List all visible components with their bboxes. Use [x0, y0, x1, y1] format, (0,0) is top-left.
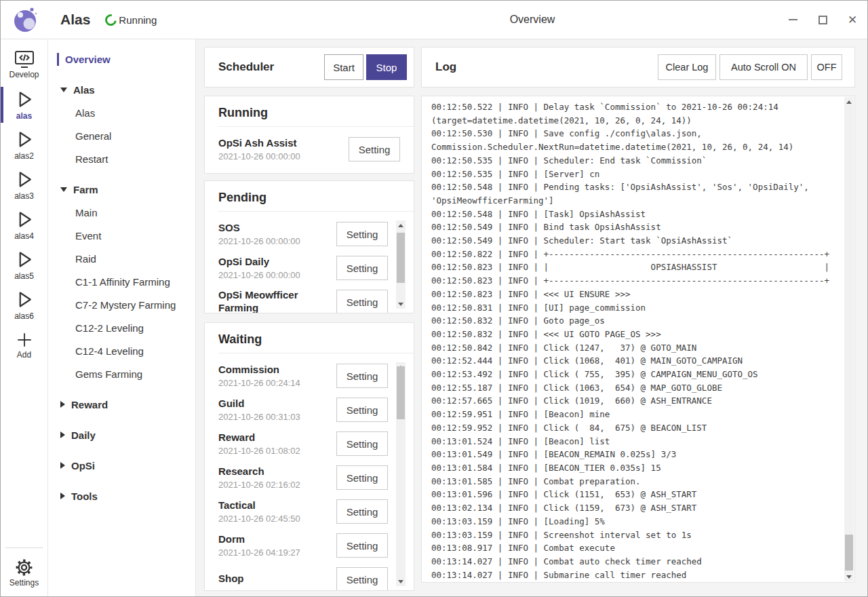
waiting-scrollbar[interactable] [396, 362, 406, 586]
scroll-down-icon[interactable] [844, 572, 854, 581]
log-line: 00:12:50.822 | INFO | +-----------------… [431, 248, 838, 261]
log-line: 00:12:53.492 | INFO | Click ( 755, 395) … [431, 368, 838, 381]
waiting-title: Waiting [218, 332, 414, 353]
log-line: 00:13:01.585 | INFO | Combat preparation… [431, 475, 838, 488]
nav-item-raid[interactable]: Raid [48, 247, 195, 270]
running-list: OpSi Ash Assist 2021-10-26 00:00:00 Sett… [205, 127, 414, 166]
scroll-up-icon[interactable] [844, 97, 854, 107]
task-next-run-time: 2021-10-26 00:00:00 [218, 236, 327, 247]
rail-item-alas6[interactable]: alas6 [1, 285, 47, 325]
log-line: 00:12:50.548 | INFO | Pending tasks: ['O… [431, 180, 838, 194]
setting-button[interactable]: Setting [336, 533, 388, 558]
close-button[interactable]: ✕ [837, 1, 867, 39]
setting-button[interactable]: Setting [336, 567, 388, 591]
setting-button[interactable]: Setting [336, 398, 388, 422]
nav-group-alas[interactable]: Alas [48, 78, 195, 101]
rail-item-alas2[interactable]: alas2 [1, 125, 47, 165]
nav-group-reward[interactable]: Reward [48, 393, 195, 416]
add-instance-button[interactable]: Add [1, 325, 47, 365]
instance-rail: Develop alas alas2 alas3 alas4 [1, 39, 48, 597]
setting-button[interactable]: Setting [336, 431, 388, 456]
scroll-up-icon[interactable] [396, 220, 406, 230]
task-nav: Overview Alas Alas General Restart Farm … [48, 39, 196, 597]
task-info: Guild 2021-10-26 00:31:03 [218, 397, 327, 423]
nav-group-farm[interactable]: Farm [48, 178, 195, 201]
window-controls: ✕ [778, 1, 867, 39]
log-line: 00:13:14.027 | INFO | Submarine call tim… [431, 569, 838, 582]
nav-label: Alas [75, 107, 95, 119]
nav-item-c1-1-affinity-farming[interactable]: C1-1 Affinity Farming [48, 270, 195, 293]
running-spinner-icon [103, 12, 119, 28]
rail-item-alas[interactable]: alas [1, 85, 47, 125]
scrollbar-thumb[interactable] [845, 535, 853, 571]
task-row: Shop Setting [218, 562, 414, 591]
nav-item-main[interactable]: Main [48, 201, 195, 224]
stop-button[interactable]: Stop [366, 54, 407, 80]
task-info: SOS 2021-10-26 00:00:00 [218, 221, 327, 247]
log-line: 00:12:50.823 | INFO | | OPSIASHASSIST | [431, 261, 838, 274]
scrollbar-thumb[interactable] [397, 233, 405, 283]
task-info: Dorm 2021-10-26 04:19:27 [218, 533, 327, 558]
start-button[interactable]: Start [324, 54, 363, 80]
setting-button[interactable]: Setting [336, 364, 388, 388]
nav-label: C7-2 Mystery Farming [75, 299, 176, 311]
task-row: Dorm 2021-10-26 04:19:27 Setting [218, 528, 414, 562]
task-next-run-time: 2021-10-26 00:31:03 [218, 412, 327, 423]
minimize-button[interactable] [778, 1, 808, 39]
log-line: 00:13:01.549 | INFO | [BEACON_REMAIN 0.0… [431, 448, 838, 461]
task-name: Tactical [218, 499, 327, 512]
titlebar: Alas Running Overview ✕ [1, 1, 867, 39]
nav-item-overview[interactable]: Overview [48, 47, 195, 71]
nav-group-tools[interactable]: Tools [48, 484, 195, 507]
log-line: 00:12:50.832 | INFO | <<< UI GOTO PAGE_O… [431, 328, 838, 341]
settings-button[interactable]: Settings [1, 551, 47, 594]
nav-item-alas[interactable]: Alas [48, 101, 195, 124]
nav-item-gems-farming[interactable]: Gems Farming [48, 362, 195, 385]
nav-label: OpSi [71, 460, 95, 471]
gear-icon [15, 558, 33, 577]
nav-group-opsi[interactable]: OpSi [48, 454, 195, 477]
nav-label: General [75, 130, 111, 142]
nav-item-c12-2-leveling[interactable]: C12-2 Leveling [48, 316, 195, 339]
rail-item-develop[interactable]: Develop [1, 45, 47, 85]
nav-item-restart[interactable]: Restart [48, 147, 195, 170]
scrollbar-thumb[interactable] [397, 366, 405, 419]
setting-button[interactable]: Setting [349, 137, 400, 161]
running-title: Running [218, 106, 414, 127]
task-row: Guild 2021-10-26 00:31:03 Setting [218, 393, 414, 427]
nav-item-general[interactable]: General [48, 124, 195, 147]
setting-button[interactable]: Setting [336, 222, 388, 246]
caret-down-icon [60, 187, 67, 192]
autoscroll-on-button[interactable]: Auto Scroll ON [719, 54, 808, 80]
log-scrollbar[interactable] [844, 97, 854, 581]
waiting-list[interactable]: Commission 2021-10-26 00:24:14 Setting G… [205, 353, 414, 591]
clear-log-button[interactable]: Clear Log [658, 54, 716, 80]
rail-item-alas3[interactable]: alas3 [1, 165, 47, 205]
log-line: 00:13:01.596 | INFO | Click (1151, 653) … [431, 488, 838, 501]
setting-button[interactable]: Setting [336, 499, 388, 524]
active-indicator [1, 87, 3, 123]
setting-button[interactable]: Setting [336, 256, 388, 280]
autoscroll-off-button[interactable]: OFF [811, 54, 842, 80]
pending-list[interactable]: SOS 2021-10-26 00:00:00 Setting OpSi Dai… [205, 212, 414, 313]
task-row: OpSi Ash Assist 2021-10-26 00:00:00 Sett… [218, 132, 414, 166]
log-output[interactable]: 00:12:50.522 | INFO | Delay task `Commis… [421, 96, 855, 583]
nav-group-daily[interactable]: Daily [48, 423, 195, 446]
pending-scrollbar[interactable] [396, 220, 406, 309]
nav-item-c7-2-mystery-farming[interactable]: C7-2 Mystery Farming [48, 293, 195, 316]
nav-label: Alas [73, 84, 95, 96]
task-name: Research [218, 465, 327, 478]
caret-right-icon [60, 401, 65, 408]
log-line: 00:12:52.444 | INFO | Click (1068, 401) … [431, 354, 838, 368]
rail-item-alas4[interactable]: alas4 [1, 205, 47, 245]
nav-item-c12-4-leveling[interactable]: C12-4 Leveling [48, 339, 195, 362]
scroll-down-icon[interactable] [396, 577, 406, 586]
nav-item-event[interactable]: Event [48, 224, 195, 247]
maximize-button[interactable] [808, 1, 837, 39]
task-next-run-time: 2021-10-26 01:08:02 [218, 446, 327, 457]
rail-item-alas5[interactable]: alas5 [1, 245, 47, 285]
setting-button[interactable]: Setting [336, 465, 388, 490]
scroll-down-icon[interactable] [396, 299, 406, 309]
log-line: 00:12:57.665 | INFO | Click (1019, 660) … [431, 394, 838, 408]
setting-button[interactable]: Setting [336, 290, 388, 313]
